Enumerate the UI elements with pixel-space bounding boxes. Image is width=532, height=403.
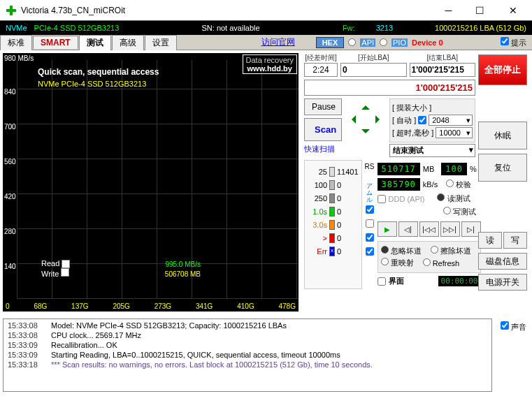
tab-standard[interactable]: 标准 (0, 35, 32, 50)
drive-model: PCIe-4 SSD 512GB3213 (34, 24, 120, 32)
interface-label: NVMe (6, 24, 27, 32)
graph-subtitle: NVMe PCIe-4 SSD 512GB3213 (38, 80, 146, 88)
navigation-arrows (345, 98, 387, 140)
window-title: Victoria 4.73b_CN_miCROit (21, 6, 433, 15)
fw-version: 3213 (376, 24, 393, 32)
disk-info-button[interactable]: 磁盘信息 (478, 253, 527, 270)
remap-radio (381, 258, 389, 265)
app-icon (6, 5, 17, 16)
recovery-badge[interactable]: Data recovery www.hdd.by (243, 54, 297, 74)
verify-radio (446, 179, 454, 187)
hex-button[interactable]: HEX (316, 37, 345, 48)
rs-check-3[interactable] (366, 233, 374, 242)
stop-all-button[interactable]: 全部停止 (478, 54, 527, 85)
write-checkbox[interactable] (61, 268, 69, 277)
end-lba-input[interactable]: 1'000'215'215 (410, 63, 476, 77)
timeout-select[interactable]: 10000 (436, 127, 473, 138)
device-label: Device 0 (412, 38, 443, 47)
arrow-right-icon[interactable] (375, 115, 384, 124)
pio-radio[interactable] (380, 38, 387, 46)
tab-settings[interactable]: 设置 (145, 35, 177, 50)
timing-stats: 2511401 1000 2500 1.0s0 3.0s0 >0 Errx0 (304, 160, 362, 289)
read-button[interactable]: 读 (478, 232, 502, 249)
block-size-select[interactable]: 2048 (429, 115, 473, 126)
close-button[interactable]: ✕ (496, 0, 531, 20)
title-bar: Victoria 4.73b_CN_miCROit ─ ☐ ✕ (0, 0, 532, 21)
elapsed-time: 2:24 (304, 63, 338, 77)
rs-check-4[interactable] (366, 247, 374, 256)
ignore-radio (381, 246, 389, 254)
serial-number: SN: not available (119, 24, 343, 32)
quick-scan-link[interactable]: 快速扫描 (304, 144, 335, 154)
clock: 00:00:00 (438, 276, 481, 286)
auto-checkbox[interactable] (418, 116, 426, 124)
power-button[interactable]: 电源开关 (478, 274, 527, 291)
kbs-speed: 385790 (378, 178, 420, 191)
arrow-left-icon[interactable] (347, 115, 356, 124)
log-panel[interactable]: 15:33:08Model: NVMe PCIe-4 SSD 512GB3213… (3, 318, 492, 392)
fw-label: Fw: (343, 24, 355, 32)
refresh-radio (423, 258, 431, 266)
end-test-select[interactable]: 结束测试 (389, 144, 475, 157)
svg-rect-1 (6, 9, 16, 12)
reset-button[interactable]: 复位 (478, 154, 527, 182)
write-button[interactable]: 写 (503, 232, 527, 249)
arrow-up-icon[interactable] (361, 101, 370, 110)
info-bar: NVMe PCIe-4 SSD 512GB3213 SN: not availa… (0, 21, 532, 35)
ui-checkbox[interactable] (378, 277, 386, 286)
arrow-down-icon[interactable] (361, 129, 370, 138)
tab-bar: 标准 SMART 测试 高级 设置 访问官网 HEX API PIO Devic… (0, 35, 532, 50)
graph-title: Quick scan, sequential access (38, 67, 159, 77)
pause-button[interactable]: Pause (304, 98, 342, 115)
play-button[interactable]: ▶ (378, 221, 397, 237)
read-test-radio (437, 193, 445, 201)
ddd-checkbox[interactable] (378, 195, 386, 203)
erase-radio (431, 246, 438, 254)
scanned-mb: 506708 MB (165, 270, 201, 278)
prev-button[interactable]: ◁| (398, 221, 418, 237)
final-lba: 1'000'215'215 (304, 80, 475, 96)
rs-check-2[interactable] (366, 219, 374, 228)
maximize-button[interactable]: ☐ (464, 0, 496, 20)
scan-button[interactable]: Scan (304, 118, 342, 141)
tab-advanced[interactable]: 高级 (112, 35, 144, 50)
prompt-checkbox[interactable]: 提示 (501, 37, 526, 48)
ffwd-button[interactable]: ▷▷| (440, 221, 460, 237)
capacity: 1000215216 LBA (512 Gb) (435, 24, 526, 32)
tab-test[interactable]: 测试 (79, 35, 111, 50)
api-radio[interactable] (348, 38, 356, 46)
write-test-radio (443, 207, 451, 214)
sound-checkbox[interactable]: 声音 (501, 321, 526, 389)
read-checkbox[interactable]: ✓ (62, 260, 70, 268)
current-speed: 995.0 MB/s (165, 261, 201, 268)
mb-scanned: 510717 (378, 163, 420, 175)
start-lba-input[interactable]: 0 (340, 63, 407, 77)
minimize-button[interactable]: ─ (433, 0, 464, 20)
tab-smart[interactable]: SMART (33, 36, 78, 49)
rs-check-1[interactable] (366, 205, 374, 214)
speed-graph: 980 MB/s 840 700 560 420 280 140 Data re… (3, 53, 299, 312)
rewind-button[interactable]: |◁◁ (419, 221, 439, 237)
sleep-button[interactable]: 休眠 (478, 122, 527, 149)
website-link[interactable]: 访问官网 (261, 36, 295, 48)
